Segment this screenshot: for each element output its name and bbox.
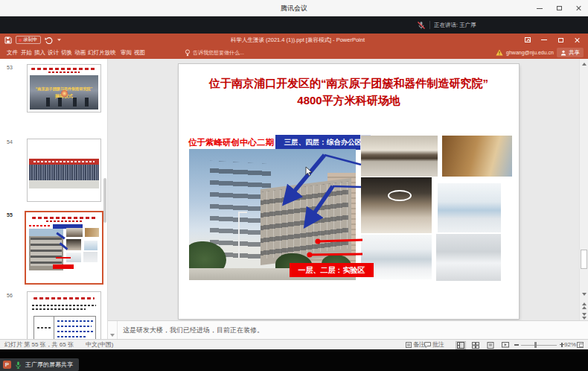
zoom-out-button[interactable] bbox=[514, 344, 519, 346]
notes-panel[interactable]: 这是研发大楼，我们已经进场，目前正在装修。 bbox=[108, 320, 588, 339]
screen-share-banner[interactable]: P 王广厚的屏幕共享 bbox=[0, 358, 79, 371]
thumbnail-slide-55-selected[interactable] bbox=[25, 211, 103, 285]
tab-home[interactable]: 开始 bbox=[19, 46, 33, 59]
lab-floors-label[interactable]: 一层、二层：实验区 bbox=[290, 263, 374, 277]
thumb-number-54: 54 bbox=[7, 139, 13, 145]
recording-dot-icon bbox=[19, 39, 22, 42]
building-photo[interactable] bbox=[189, 149, 356, 280]
cleanroom-photo[interactable] bbox=[436, 234, 501, 281]
lab-room-photo[interactable] bbox=[438, 183, 501, 232]
minimize-button[interactable] bbox=[530, 0, 549, 16]
slide-counter[interactable]: 幻灯片 第 55 张，共 65 张 bbox=[4, 340, 74, 349]
ribbon-tab-row: 文件 开始 插入 设计 切换 动画 幻灯片放映 审阅 视图 告诉我您想要做什么.… bbox=[0, 46, 588, 59]
mic-active-icon bbox=[14, 361, 22, 370]
comments-toggle-button[interactable]: 批注 bbox=[424, 340, 444, 349]
zoom-slider-track[interactable] bbox=[521, 345, 557, 346]
slide-title[interactable]: 位于南京浦口开发区的“南京原子团簇和器件制造研究院” 4800平方米科研场地 bbox=[185, 75, 513, 109]
open-office-photo[interactable] bbox=[361, 177, 432, 233]
thumb-number-55: 55 bbox=[7, 212, 13, 218]
quick-access-toolbar: 录制中 bbox=[4, 34, 62, 46]
normal-view-button[interactable] bbox=[456, 341, 466, 349]
qat-dropdown-icon[interactable] bbox=[57, 38, 62, 42]
meeting-titlebar: 腾讯会议 bbox=[0, 0, 588, 16]
tell-me-box[interactable]: 告诉我您想要做什么... bbox=[185, 46, 244, 59]
slide-canvas[interactable]: 位于南京浦口开发区的“南京原子团簇和器件制造研究院” 4800平方米科研场地 位… bbox=[179, 64, 519, 319]
tab-animations[interactable]: 动画 bbox=[73, 46, 87, 59]
tab-view[interactable]: 视图 bbox=[132, 46, 147, 59]
account-email[interactable]: ghwang@nju.edu.cn bbox=[506, 50, 554, 55]
scroll-down-icon[interactable] bbox=[582, 293, 587, 296]
speaking-indicator: 正在讲话: 王广厚 bbox=[434, 22, 476, 29]
restore-button[interactable] bbox=[549, 0, 569, 16]
location-label[interactable]: 位于紫峰研创中心二期 bbox=[188, 137, 274, 148]
warning-icon bbox=[496, 49, 503, 56]
recording-badge: 录制中 bbox=[16, 36, 41, 44]
powerpoint-app-icon: P bbox=[3, 361, 11, 369]
meeting-bottom-bar: P 王广厚的屏幕共享 bbox=[0, 349, 588, 371]
thumb53-photo: “南京原子团簇与器件制造研究院” 揭牌仪式 bbox=[30, 75, 98, 110]
notes-gutter[interactable] bbox=[108, 321, 118, 339]
thumbnail-scrollbar[interactable] bbox=[103, 178, 106, 223]
tab-review[interactable]: 审阅 bbox=[119, 46, 133, 59]
slide-sorter-view-button[interactable] bbox=[470, 341, 481, 349]
ppt-statusbar: 幻灯片 第 55 张，共 65 张 中文(中国) 备注 批注 bbox=[0, 339, 588, 349]
zoom-slider-thumb[interactable] bbox=[534, 342, 537, 348]
slide-thumbnail-panel: 53 “南京原子团簇与器件制造研究院” 揭牌仪式 54 55 bbox=[0, 59, 108, 339]
account-area: ghwang@nju.edu.cn 共享 bbox=[496, 46, 584, 59]
slide-scrollbar[interactable] bbox=[579, 59, 588, 339]
ppt-close-button[interactable] bbox=[569, 34, 585, 46]
ppt-restore-button[interactable] bbox=[552, 34, 569, 46]
ribbon-display-options-button[interactable] bbox=[520, 34, 536, 46]
meeting-window-title: 腾讯会议 bbox=[0, 0, 588, 16]
mic-muted-icon bbox=[417, 21, 426, 30]
thumb-number-56: 56 bbox=[7, 293, 13, 298]
comment-icon bbox=[424, 342, 431, 348]
slideshow-view-button[interactable] bbox=[500, 341, 511, 349]
corridor-photo[interactable] bbox=[442, 136, 512, 177]
thumbnail-slide-54[interactable] bbox=[27, 139, 101, 202]
thumbnail-slide-56[interactable] bbox=[27, 291, 101, 339]
tab-slideshow[interactable]: 幻灯片放映 bbox=[86, 46, 118, 59]
language-indicator[interactable]: 中文(中国) bbox=[86, 340, 113, 349]
notes-icon bbox=[406, 342, 412, 348]
scrollbar-thumb[interactable] bbox=[581, 250, 587, 269]
ppt-minimize-button[interactable] bbox=[536, 34, 552, 46]
reading-view-button[interactable] bbox=[485, 341, 496, 349]
lightbulb-icon bbox=[185, 49, 191, 57]
close-button[interactable] bbox=[569, 0, 588, 16]
previous-slide-button[interactable] bbox=[582, 302, 587, 309]
screen-share-label: 王广厚的屏幕共享 bbox=[25, 361, 73, 369]
conference-room-photo[interactable] bbox=[361, 136, 438, 177]
zoom-percentage[interactable]: 92% bbox=[564, 340, 576, 349]
ppt-titlebar: 录制中 科学人生漫谈 (2021.4 (1)).ppt [兼容模式] - Pow… bbox=[0, 34, 588, 46]
divider bbox=[429, 21, 430, 29]
undo-icon[interactable] bbox=[45, 37, 53, 44]
tab-transitions[interactable]: 切换 bbox=[60, 46, 74, 59]
thumb-number-53: 53 bbox=[7, 65, 13, 70]
tab-insert[interactable]: 插入 bbox=[33, 46, 47, 59]
tab-design[interactable]: 设计 bbox=[46, 46, 60, 59]
notes-toggle-button[interactable]: 备注 bbox=[406, 340, 425, 349]
speaker-notes-text[interactable]: 这是研发大楼，我们已经进场，目前正在装修。 bbox=[123, 321, 263, 340]
tencent-meeting-window: 腾讯会议 正在讲话: 王广厚 录制中 bbox=[0, 0, 588, 371]
share-button[interactable]: 共享 bbox=[557, 48, 584, 57]
thumbnail-slide-53[interactable]: “南京原子团簇与器件制造研究院” 揭牌仪式 bbox=[27, 64, 101, 112]
fit-slide-to-window-button[interactable] bbox=[577, 342, 584, 348]
tab-file[interactable]: 文件 bbox=[5, 46, 19, 59]
meeting-toolbar: 正在讲话: 王广厚 bbox=[0, 16, 588, 34]
person-icon bbox=[560, 50, 566, 56]
save-icon[interactable] bbox=[4, 37, 12, 44]
document-title: 科学人生漫谈 (2021.4 (1)).ppt [兼容模式] - PowerPo… bbox=[149, 34, 447, 46]
scroll-up-icon[interactable] bbox=[582, 63, 587, 66]
next-slide-button[interactable] bbox=[582, 313, 587, 320]
office-floors-label[interactable]: 三层、四层：综合办公区 bbox=[275, 135, 371, 150]
